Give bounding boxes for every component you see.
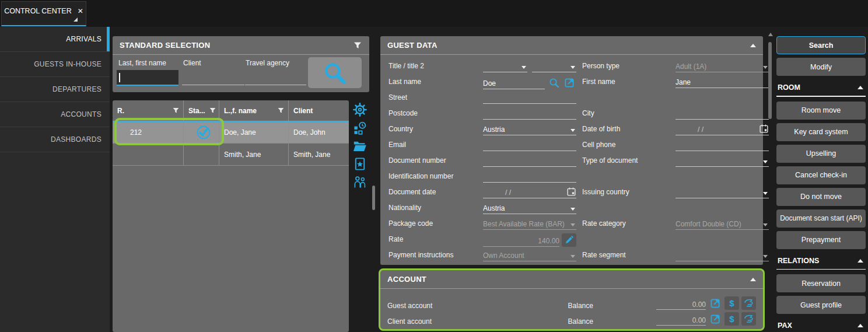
field-label: Client [183, 59, 201, 67]
section-title: RELATIONS [778, 257, 819, 265]
travel-agency-input[interactable] [245, 85, 306, 85]
date-of-birth-input[interactable]: / / [676, 122, 769, 135]
document-star-icon[interactable] [353, 157, 367, 171]
room-cell[interactable]: 212 [113, 122, 184, 143]
nav-item-guests-in-house[interactable]: GUESTS IN-HOUSE [0, 52, 110, 77]
calendar-icon[interactable] [566, 187, 576, 197]
document-date-input[interactable]: / / [483, 185, 576, 198]
section-relations[interactable]: RELATIONS [776, 254, 866, 267]
section-pax[interactable]: PAX [776, 319, 866, 332]
identification-number-input[interactable] [483, 169, 576, 183]
street-input[interactable] [483, 90, 576, 104]
payment-dollar-icon[interactable]: $ [724, 312, 739, 326]
email-input[interactable] [483, 138, 576, 151]
document-scan-start-button[interactable]: Document scan start (API) [776, 209, 866, 228]
guests-people-icon[interactable] [353, 175, 367, 189]
cancel-check-in-button[interactable]: Cancel check-in [776, 166, 866, 184]
table-row-selected[interactable]: 212 Doe, Jane Doe, John [113, 121, 349, 144]
modify-button[interactable]: Modify [776, 58, 866, 76]
name-cell[interactable]: Doe, Jane [219, 122, 289, 143]
key-card-system-button[interactable]: Key card system [776, 123, 866, 141]
scrollbar-thumb[interactable] [768, 42, 772, 119]
nav-label: GUESTS IN-HOUSE [34, 60, 102, 68]
postcode-input[interactable] [483, 106, 576, 120]
table-toolbar [350, 103, 370, 189]
document-number-input[interactable] [483, 153, 576, 167]
column-header-client[interactable]: Client [289, 100, 349, 121]
client-cell[interactable]: Doe, John [289, 122, 349, 143]
selection-search-button[interactable] [308, 57, 362, 88]
open-account-external-icon[interactable] [709, 296, 722, 310]
tab-control-center[interactable]: CONTROL CENTER ✕ [1, 1, 86, 26]
prepayment-button[interactable]: Prepayment [776, 231, 866, 249]
room-move-button[interactable]: Room move [776, 102, 866, 120]
chevron-down-icon [763, 66, 768, 69]
actions-scrollbar[interactable] [768, 32, 773, 330]
cell-phone-input[interactable] [676, 138, 769, 151]
filter-icon[interactable] [353, 41, 362, 50]
status-cell[interactable] [184, 144, 219, 165]
room-number: 212 [130, 128, 142, 137]
name-cell[interactable]: Smith, Jane [219, 144, 289, 165]
filter-icon[interactable] [277, 107, 285, 114]
reservation-button[interactable]: Reservation [776, 274, 866, 292]
guest-data-scrollbar[interactable] [372, 36, 376, 331]
close-icon[interactable]: ✕ [78, 7, 83, 15]
nav-item-departures[interactable]: DEPARTURES [0, 77, 110, 102]
client-name: Doe, John [293, 128, 326, 137]
settings-gear-icon[interactable] [353, 103, 367, 117]
chevron-down-icon [570, 208, 575, 211]
open-folder-icon[interactable] [353, 139, 367, 153]
upselling-button[interactable]: Upselling [776, 145, 866, 163]
collapse-icon[interactable] [750, 278, 756, 281]
standard-selection-header: STANDARD SELECTION [113, 36, 369, 55]
last-name-input[interactable]: Doe [483, 76, 545, 89]
status-cell[interactable] [184, 122, 219, 143]
payment-dollar-icon[interactable]: $ [724, 296, 739, 310]
panel-title: ACCOUNT [387, 275, 426, 284]
rate-category-dropdown: Comfort Double (CD) [676, 216, 769, 230]
cashier-posting-icon[interactable] [741, 296, 756, 310]
first-name-input[interactable]: Jane [676, 75, 769, 88]
column-label: Client [293, 107, 313, 115]
title-dropdown[interactable] [483, 59, 527, 72]
city-label: City [582, 105, 670, 121]
nav-item-dashboards[interactable]: DASHBOARDS [0, 127, 110, 152]
client-input[interactable] [182, 85, 244, 85]
nationality-dropdown[interactable]: Austria [483, 201, 576, 214]
guest-profile-button[interactable]: Guest profile [776, 296, 866, 314]
room-cell[interactable] [113, 144, 184, 165]
tab-title: CONTROL CENTER [4, 7, 72, 15]
client-name: Smith, Jane [293, 151, 330, 159]
filter-icon[interactable] [172, 107, 180, 114]
do-not-move-button[interactable]: Do not move [776, 188, 866, 206]
nav-item-arrivals[interactable]: ARRIVALS [0, 27, 110, 52]
city-input[interactable] [676, 106, 769, 120]
column-header-room[interactable]: R. [113, 100, 184, 121]
last-first-name-input[interactable] [117, 70, 178, 86]
section-divider [776, 96, 866, 97]
issuing-country-dropdown[interactable] [676, 185, 769, 198]
column-header-status[interactable]: Sta... [184, 100, 219, 121]
section-room[interactable]: ROOM [776, 81, 866, 94]
scroll-up-icon[interactable] [768, 33, 773, 36]
open-account-external-icon[interactable] [709, 312, 722, 326]
cashier-posting-icon[interactable] [741, 312, 756, 326]
edit-rate-button[interactable] [562, 233, 576, 247]
table-row[interactable]: Smith, Jane Smith, Jane [113, 144, 349, 166]
payment-instructions-dropdown: Own Account [483, 248, 576, 261]
filter-icon[interactable] [209, 107, 216, 114]
scrollbar-thumb[interactable] [372, 186, 375, 210]
collapse-icon[interactable] [750, 44, 756, 47]
title2-dropdown[interactable] [532, 59, 576, 72]
column-header-name[interactable]: L.,f. name [219, 100, 289, 121]
client-cell[interactable]: Smith, Jane [289, 144, 349, 165]
guest-search-icon[interactable] [547, 76, 561, 89]
nav-item-accounts[interactable]: ACCOUNTS [0, 102, 110, 127]
table-header-row: R. Sta... L.,f. name Client [113, 100, 349, 121]
country-dropdown[interactable]: Austria [483, 122, 576, 135]
search-button[interactable]: Search [776, 36, 866, 54]
type-of-document-dropdown[interactable] [676, 153, 769, 167]
room-assignment-clock-icon[interactable] [353, 121, 367, 135]
open-profile-external-icon[interactable] [563, 76, 576, 89]
